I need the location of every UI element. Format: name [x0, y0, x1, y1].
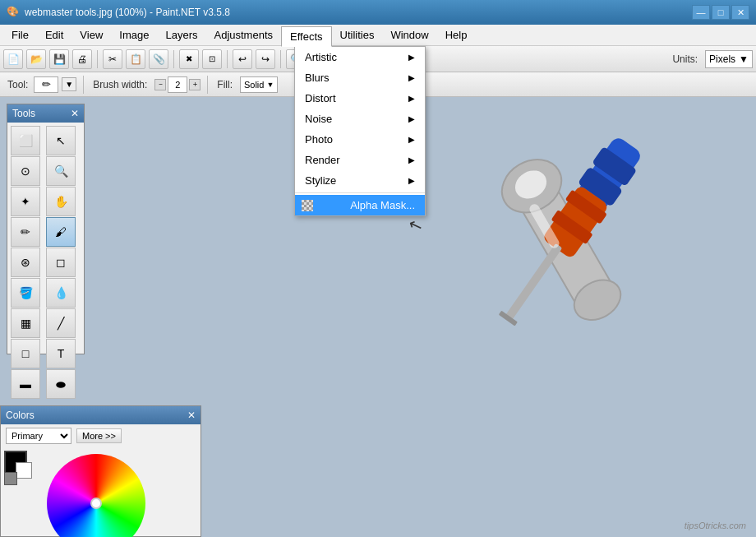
tool-paint-bucket[interactable]: 🪣 [11, 278, 40, 308]
tool-move[interactable]: ↖ [46, 126, 76, 155]
effects-stylize-label: Stylize [305, 174, 336, 187]
effects-render-label: Render [305, 154, 340, 166]
primary-color-swatch[interactable] [4, 451, 27, 474]
fill-dropdown[interactable]: Solid ▼ [240, 76, 278, 93]
menu-view[interactable]: View [71, 25, 111, 45]
tool-line[interactable]: ╱ [46, 308, 76, 338]
fill-label: Fill: [214, 79, 235, 90]
effects-blurs-label: Blurs [305, 72, 330, 84]
maximize-button[interactable]: □ [712, 5, 730, 20]
tool-eraser[interactable]: ◻ [46, 248, 76, 277]
units-label: Units: [670, 53, 700, 65]
colors-panel-header: Colors ✕ [1, 406, 201, 424]
tool-lasso[interactable]: ⊙ [11, 156, 40, 186]
menu-image[interactable]: Image [111, 25, 157, 45]
menu-adjustments[interactable]: Adjustments [205, 25, 281, 45]
tool-zoom[interactable]: 🔍 [46, 156, 76, 186]
menu-bar: File Edit View Image Layers Adjustments … [0, 25, 756, 46]
effects-distort-arrow: ▶ [408, 94, 415, 103]
tool-color-picker[interactable]: 💧 [46, 278, 76, 308]
crop-button[interactable]: ⊡ [202, 49, 222, 69]
color-swatches [4, 451, 37, 484]
tools-panel-header: Tools ✕ [7, 104, 84, 123]
tool-gradient[interactable]: ▦ [11, 308, 40, 338]
effects-noise-arrow: ▶ [408, 114, 415, 123]
colors-mode-dropdown[interactable]: Primary Secondary [6, 428, 71, 444]
save-button[interactable]: 💾 [49, 49, 69, 69]
menu-effects[interactable]: Effects [281, 26, 332, 47]
units-arrow-icon: ▼ [739, 53, 749, 65]
fill-value: Solid [244, 80, 264, 90]
new-button[interactable]: 📄 [3, 49, 23, 69]
app-icon: 🎨 [7, 6, 20, 19]
tool-text[interactable]: T [46, 339, 76, 368]
svg-rect-10 [504, 243, 562, 322]
brush-width-label: Brush width: [90, 79, 150, 90]
effects-separator [295, 192, 425, 193]
effects-render-arrow: ▶ [408, 155, 415, 164]
minimize-button[interactable]: — [692, 5, 710, 20]
effects-item-alpha-mask[interactable]: Alpha Mask... [295, 195, 425, 215]
menu-layers[interactable]: Layers [157, 25, 205, 45]
tool-magic-wand[interactable]: ✦ [11, 187, 40, 216]
effects-photo-label: Photo [305, 133, 333, 146]
tools-panel-close-icon[interactable]: ✕ [71, 108, 79, 119]
fill-arrow-icon: ▼ [266, 81, 274, 89]
cut-button[interactable]: ✂ [103, 49, 122, 69]
color-wheel[interactable] [47, 454, 145, 537]
canvas-image [444, 105, 707, 368]
tool-separator-2 [207, 76, 208, 94]
tool-select-rect[interactable]: ⬜ [11, 126, 40, 155]
tool-pan[interactable]: ✋ [46, 187, 76, 216]
tools-panel-title: Tools [12, 108, 35, 119]
open-button[interactable]: 📂 [26, 49, 46, 69]
effects-dropdown-menu: Artistic ▶ Blurs ▶ Distort ▶ Noise ▶ Pho… [294, 46, 426, 216]
menu-edit[interactable]: Edit [37, 25, 71, 45]
brush-width-value: 2 [168, 76, 187, 93]
deselect-button[interactable]: ✖ [179, 49, 199, 69]
menu-window[interactable]: Window [382, 25, 436, 45]
close-button[interactable]: ✕ [731, 5, 749, 20]
effects-artistic-arrow: ▶ [408, 53, 415, 62]
opacity-swatch [4, 472, 17, 485]
colors-panel: Colors ✕ Primary Secondary More >> [0, 405, 201, 537]
tool-pencil[interactable]: ✏ [11, 217, 40, 247]
tool-shapes[interactable]: □ [11, 339, 40, 368]
separator-3 [227, 50, 228, 68]
effects-item-artistic[interactable]: Artistic ▶ [295, 47, 425, 67]
copy-button[interactable]: 📋 [126, 49, 145, 69]
current-tool-display[interactable]: ✏ [34, 76, 58, 93]
menu-utilities[interactable]: Utilities [332, 25, 383, 45]
effects-item-blurs[interactable]: Blurs ▶ [295, 67, 425, 88]
effects-item-stylize[interactable]: Stylize ▶ [295, 170, 425, 191]
effects-item-distort[interactable]: Distort ▶ [295, 88, 425, 109]
colors-more-button[interactable]: More >> [76, 428, 122, 443]
units-dropdown[interactable]: Pixels ▼ [705, 50, 753, 68]
secondary-color-swatch[interactable] [16, 462, 32, 479]
effects-alpha-mask-label: Alpha Mask... [350, 199, 415, 211]
effects-item-render[interactable]: Render ▶ [295, 150, 425, 170]
effects-blurs-arrow: ▶ [408, 73, 415, 82]
tool-paintbrush[interactable]: 🖌 [46, 217, 76, 247]
window-title: webmaster tools.jpg (100%) - Paint.NET v… [25, 7, 692, 18]
undo-button[interactable]: ↩ [233, 49, 252, 69]
brush-width-decrease[interactable]: － [154, 79, 166, 90]
tool-rect-shape[interactable]: ▬ [11, 369, 40, 399]
effects-distort-label: Distort [305, 92, 336, 104]
paste-button[interactable]: 📎 [149, 49, 168, 69]
tool-clone-stamp[interactable]: ⊛ [11, 248, 40, 277]
effects-item-photo[interactable]: Photo ▶ [295, 129, 425, 150]
brush-width-increase[interactable]: ＋ [189, 79, 201, 90]
colors-panel-close-icon[interactable]: ✕ [187, 410, 196, 421]
redo-button[interactable]: ↪ [256, 49, 275, 69]
tool-ellipse-shape[interactable]: ⬬ [46, 369, 76, 399]
watermark: tipsOtricks.com [685, 521, 746, 530]
effects-stylize-arrow: ▶ [408, 176, 415, 185]
tool-dropdown-arrow[interactable]: ▼ [62, 77, 76, 91]
title-bar: 🎨 webmaster tools.jpg (100%) - Paint.NET… [0, 0, 756, 25]
menu-file[interactable]: File [3, 25, 37, 45]
effects-item-noise[interactable]: Noise ▶ [295, 109, 425, 129]
tool-separator-1 [83, 76, 84, 94]
print-button[interactable]: 🖨 [72, 49, 92, 69]
menu-help[interactable]: Help [437, 25, 476, 45]
